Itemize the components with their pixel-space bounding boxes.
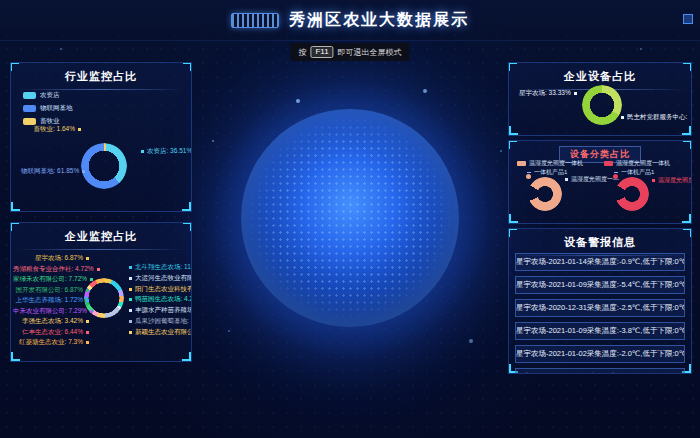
pie-label: 一体机产品1 — [614, 168, 654, 177]
legend-label: 温湿度光照度一体机 — [529, 160, 583, 166]
fullscreen-icon[interactable] — [683, 14, 693, 24]
page-title: 秀洲区农业大数据展示 — [289, 10, 469, 31]
industry-ratio-panel: 行业监控占比 农资店 物联网基地 畜牧业 畜牧业: 1.64% 农资店: 36.… — [10, 62, 192, 212]
pie-label: 畜牧业: 1.64% — [25, 125, 81, 134]
pie-label: 中禾农业有限公司: 7.29% — [13, 307, 89, 316]
device-class-donut-right[interactable] — [615, 177, 649, 211]
pie-label: 上华生态养殖场: 1.72% — [13, 296, 89, 305]
pie-label: 瓜果沙园葡萄基地: 15.02% — [129, 317, 192, 326]
pie-label: 仁丰生态农业: 6.44% — [13, 328, 89, 337]
panel-title-device: 企业设备占比 — [509, 69, 691, 84]
alarm-row: 星宇农场-2021-01-09采集温度:-0.9℃,低于下限:0℃ — [515, 368, 685, 374]
alarm-row: 星宇农场-2020-12-31采集温度:-2.5℃,低于下限:0℃ — [515, 299, 685, 317]
device-class-panel: 设备分类占比 温湿度光照度一体机 一体机产品1 温湿度光照度一— 温湿度光照度一… — [508, 140, 692, 224]
pie-label: 秀湖粮食专业合作社: 4.72% — [13, 265, 89, 274]
legend-label: 物联网基地 — [40, 104, 73, 113]
pie-label: 家绿禾农有限公司: 7.72% — [13, 275, 89, 284]
legend-item-wulianwang[interactable]: 物联网基地 — [23, 104, 73, 113]
pie-label: 北斗翔生态农场: 11.56% — [129, 263, 192, 272]
legend-swatch — [517, 161, 526, 166]
legend-swatch — [604, 161, 613, 166]
alarm-row: 星宇农场-2021-01-02采集温度:-2.0℃,低于下限:0℃ — [515, 345, 685, 363]
pie-label: 鸭苗园生态农场: 4.29 — [129, 295, 192, 304]
brand-logo — [231, 13, 279, 28]
panel-title-alarm: 设备警报信息 — [509, 235, 691, 250]
device-class-donut-left[interactable] — [528, 177, 562, 211]
pie-label: 民主村党群服务中心: — [621, 113, 691, 122]
pie-label: 一体机产品1 — [527, 168, 567, 177]
globe-visualization[interactable] — [241, 109, 459, 327]
pie-label: 丰源水产种苗养殖场: 1. — [129, 306, 192, 315]
pie-label: 温湿度光照度一— — [652, 176, 692, 185]
donut-detached-dot — [526, 174, 531, 179]
title-divider — [17, 89, 185, 90]
panel-title-industry: 行业监控占比 — [11, 69, 191, 84]
pie-label: 农资店: 36.51% — [141, 147, 192, 156]
industry-donut-chart[interactable] — [81, 143, 127, 189]
pie-label: 物联网基地: 61.85% — [21, 167, 85, 176]
alarm-list: 星宇农场-2021-01-14采集温度:-0.9℃,低于下限:0℃ 星宇农场-2… — [515, 253, 685, 374]
pie-label: 大运河生态牧业有限责任公 — [129, 274, 192, 283]
legend-swatch — [23, 118, 36, 125]
donut-detached-dot — [613, 174, 618, 179]
tip-suffix: 即可退出全屏模式 — [338, 47, 402, 58]
pie-label: 温湿度光照度一— — [565, 175, 619, 184]
alarm-info-panel: 设备警报信息 星宇农场-2021-01-14采集温度:-0.9℃,低于下限:0℃… — [508, 228, 692, 374]
legend-item-right-chart[interactable]: 温湿度光照度一体机 — [604, 159, 670, 168]
dashboard-screen: 秀洲区农业大数据展示 按 F11 即可退出全屏模式 行业监控占比 农资店 物联网… — [0, 0, 700, 438]
pie-label: 红菱塘生态农业: 7.3% — [13, 338, 89, 347]
pie-label: 星宇农场: 33.33% — [519, 89, 577, 98]
pie-label: 国开发有限公司: 6.87% — [13, 286, 89, 295]
alarm-row: 星宇农场-2021-01-14采集温度:-0.9℃,低于下限:0℃ — [515, 253, 685, 271]
tip-prefix: 按 — [298, 47, 306, 58]
pie-label: 李强生态农场: 3.42% — [13, 317, 89, 326]
fullscreen-tip: 按 F11 即可退出全屏模式 — [290, 43, 409, 61]
pie-label: 阳门生态农业科技有限公 — [129, 285, 192, 294]
legend-item-nongzidian[interactable]: 农资店 — [23, 91, 73, 100]
enterprise-ratio-panel: 企业监控占比 星宇农场: 6.87% 秀湖粮食专业合作社: 4.72% 家绿禾农… — [10, 222, 192, 362]
legend-item-left-chart[interactable]: 温湿度光照度一体机 — [517, 159, 583, 168]
panel-title-enterprise: 企业监控占比 — [11, 229, 191, 244]
alarm-row: 星宇农场-2021-01-09采集温度:-5.4℃,低于下限:0℃ — [515, 276, 685, 294]
header-bar: 秀洲区农业大数据展示 — [0, 0, 700, 41]
f11-key-label: F11 — [310, 46, 333, 58]
globe-dot-texture — [249, 117, 451, 319]
legend-swatch — [23, 92, 36, 99]
legend-label: 温湿度光照度一体机 — [616, 160, 670, 166]
legend-label: 农资店 — [40, 91, 60, 100]
legend-swatch — [23, 105, 36, 112]
title-divider — [17, 249, 185, 250]
device-ratio-panel: 企业设备占比 星宇农场: 33.33% 民主村党群服务中心: — [508, 62, 692, 136]
device-donut-chart[interactable] — [582, 85, 622, 125]
pie-label: 新颖生态农业有限公司: 6.87 — [129, 328, 192, 337]
pie-label: 星宇农场: 6.87% — [13, 254, 89, 263]
alarm-row: 星宇农场-2021-01-09采集温度:-3.8℃,低于下限:0℃ — [515, 322, 685, 340]
